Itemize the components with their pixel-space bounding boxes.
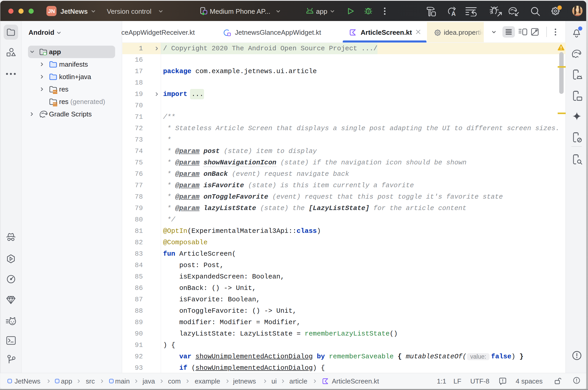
svg-text:A: A [451, 10, 456, 16]
